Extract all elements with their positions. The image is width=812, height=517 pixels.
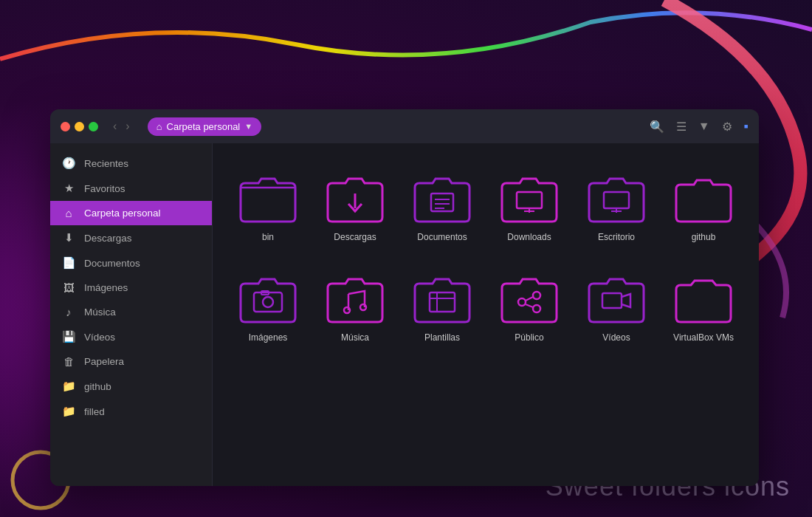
sidebar-item-documentos[interactable]: 📄 Documentos [50,250,212,275]
folder-videos[interactable]: Vídeos [576,261,657,350]
sidebar-label-carpeta: Carpeta personal [84,208,161,219]
musica-icon: ♪ [62,306,75,318]
sidebar-item-imagenes[interactable]: 🖼 Imágenes [50,275,212,300]
search-icon[interactable]: 🔍 [650,120,664,134]
folder-imagenes[interactable]: Imágenes [227,261,309,350]
svg-rect-25 [602,293,622,308]
sidebar-label-recientes: Recientes [84,158,128,169]
location-dropdown-icon: ▼ [244,122,252,131]
sidebar-item-favoritos[interactable]: ★ Favoritos [50,176,212,201]
folder-virtualbox[interactable]: VirtualBox VMs [663,261,744,350]
location-bar[interactable]: ⌂ Carpeta personal ▼ [148,117,261,136]
sidebar-label-videos: Vídeos [84,332,115,343]
sidebar-item-carpeta-personal[interactable]: ⌂ Carpeta personal [50,201,212,225]
list-view-icon[interactable]: ☰ [676,120,687,134]
folder-grid: bin Descargas [227,161,744,349]
documentos-icon: 📄 [62,256,75,270]
folder-label-github: github [692,232,716,244]
svg-point-15 [344,307,350,313]
folder-label-documentos: Documentos [417,232,467,244]
minimize-button[interactable] [75,122,84,131]
settings-icon[interactable]: ⚙ [722,120,732,134]
recientes-icon: 🕐 [62,157,75,170]
svg-rect-9 [604,192,629,208]
folder-bin[interactable]: bin [227,161,309,250]
svg-point-13 [263,297,273,307]
favoritos-icon: ★ [62,182,75,195]
svg-rect-6 [517,192,542,208]
sidebar-item-papelera[interactable]: 🗑 Papelera [50,349,212,374]
sidebar-label-descargas: Descargas [84,233,132,244]
folder-label-imagenes: Imágenes [249,332,288,344]
folder-label-downloads: Downloads [507,232,551,244]
sidebar-item-recientes[interactable]: 🕐 Recientes [50,151,212,176]
sidebar-label-musica: Música [84,307,116,318]
titlebar-actions: 🔍 ☰ ▼ ⚙ ▪ [650,119,749,134]
sidebar-label-imagenes: Imágenes [84,282,128,293]
svg-line-24 [526,304,533,307]
sidebar: 🕐 Recientes ★ Favoritos ⌂ Carpeta person… [50,143,213,486]
folder-label-bin: bin [262,232,274,244]
folder-downloads[interactable]: Downloads [489,161,570,250]
folder-musica[interactable]: Música [314,261,396,350]
filled-icon: 📁 [62,405,75,418]
sort-icon[interactable]: ▼ [698,120,710,133]
sidebar-item-videos[interactable]: 💾 Vídeos [50,324,212,349]
folder-github[interactable]: github [663,161,744,250]
file-manager-window: ‹ › ⌂ Carpeta personal ▼ 🔍 ☰ ▼ ⚙ ▪ 🕐 Rec… [50,109,759,486]
close-button[interactable] [61,122,70,131]
home-icon: ⌂ [156,121,162,132]
navigation-arrows: ‹ › [110,118,133,134]
folder-label-musica: Música [341,332,369,344]
descargas-icon: ⬇ [62,231,75,244]
svg-line-23 [526,297,533,301]
workspace-icon[interactable]: ▪ [744,119,749,134]
folder-label-videos: Vídeos [602,332,630,344]
sidebar-item-github[interactable]: 📁 github [50,374,212,399]
sidebar-item-filled[interactable]: 📁 filled [50,399,212,424]
sidebar-label-github: github [84,381,111,392]
folder-label-escritorio: Escritorio [598,232,635,244]
folder-plantillas[interactable]: Plantillas [402,261,483,350]
github-icon: 📁 [62,380,75,393]
svg-point-20 [518,298,526,306]
folder-label-descargas: Descargas [334,232,376,244]
forward-button[interactable]: › [123,118,132,134]
window-content: 🕐 Recientes ★ Favoritos ⌂ Carpeta person… [50,143,759,486]
folder-label-virtualbox: VirtualBox VMs [673,332,734,344]
back-button[interactable]: ‹ [110,118,120,134]
folder-documentos[interactable]: Documentos [402,161,483,250]
svg-point-22 [533,305,540,312]
titlebar: ‹ › ⌂ Carpeta personal ▼ 🔍 ☰ ▼ ⚙ ▪ [50,109,759,143]
videos-icon: 💾 [62,330,75,343]
papelera-icon: 🗑 [62,355,75,368]
sidebar-label-filled: filled [84,406,105,417]
folder-publico[interactable]: Público [489,261,570,350]
folder-descargas[interactable]: Descargas [314,161,396,250]
sidebar-item-musica[interactable]: ♪ Música [50,300,212,324]
sidebar-item-descargas[interactable]: ⬇ Descargas [50,225,212,250]
carpeta-personal-icon: ⌂ [62,207,75,219]
svg-rect-17 [430,292,455,312]
sidebar-label-documentos: Documentos [84,258,140,269]
file-area: bin Descargas [213,143,759,486]
folder-label-plantillas: Plantillas [424,332,460,344]
sidebar-label-favoritos: Favoritos [84,183,125,194]
location-label: Carpeta personal [167,121,241,132]
imagenes-icon: 🖼 [62,281,75,294]
folder-label-publico: Público [515,332,543,344]
traffic-lights [61,122,98,131]
folder-escritorio[interactable]: Escritorio [576,161,657,250]
sidebar-label-papelera: Papelera [84,356,124,367]
svg-point-21 [533,292,540,299]
svg-point-16 [360,304,366,310]
maximize-button[interactable] [89,122,98,131]
